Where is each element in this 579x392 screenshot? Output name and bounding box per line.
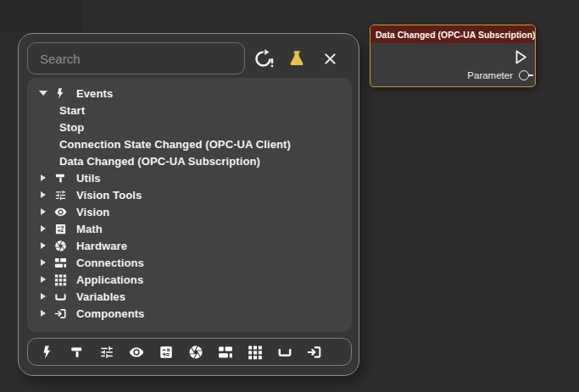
category-label: Vision Tools — [76, 189, 142, 202]
expand-arrow-icon[interactable] — [32, 293, 54, 300]
hammer-icon — [54, 172, 76, 185]
tree-category-applications[interactable]: Applications — [32, 271, 352, 288]
tree-category-events[interactable]: Events — [32, 85, 352, 102]
tree-category-utils[interactable]: Utils — [32, 169, 352, 186]
exec-output-pin-icon[interactable] — [515, 50, 527, 64]
refresh-alert-icon — [254, 48, 275, 69]
tree-item-data-changed[interactable]: Data Changed (OPC-UA Subscription) — [32, 152, 352, 169]
import-icon — [307, 345, 322, 360]
node-palette-panel: Events Start Stop Connection State Chang… — [18, 33, 359, 376]
import-icon — [54, 307, 76, 320]
eye-icon — [54, 206, 76, 218]
parameter-pin-label: Parameter — [467, 70, 513, 80]
close-button[interactable] — [318, 46, 343, 71]
expand-arrow-icon[interactable] — [32, 242, 54, 249]
palette-header — [27, 42, 350, 75]
bracket-icon — [54, 290, 76, 303]
background-shade — [0, 0, 83, 32]
calculator-icon — [54, 223, 76, 235]
collapse-arrow-icon[interactable] — [32, 91, 54, 96]
lightning-icon — [40, 345, 55, 360]
node-type-tree: Events Start Stop Connection State Chang… — [27, 78, 352, 332]
server-icon — [54, 257, 76, 269]
expand-arrow-icon[interactable] — [32, 259, 54, 266]
footer-button-hardware[interactable] — [185, 341, 207, 363]
node-data-changed-opcua-subscription[interactable]: Data Changed (OPC-UA Subscription) ··· P… — [370, 25, 536, 87]
tree-category-vision-tools[interactable]: Vision Tools — [32, 186, 352, 203]
footer-button-vision[interactable] — [125, 341, 148, 363]
category-label: Variables — [76, 290, 125, 303]
footer-button-variables[interactable] — [274, 341, 296, 363]
experimental-filter-button[interactable] — [285, 46, 310, 71]
category-filter-toolbar — [27, 338, 352, 366]
expand-arrow-icon[interactable] — [32, 310, 54, 317]
item-label: Start — [59, 104, 85, 117]
server-icon — [218, 345, 233, 360]
flask-icon — [287, 49, 307, 69]
parameter-output-pin-icon[interactable] — [519, 70, 529, 80]
category-label: Components — [76, 307, 144, 320]
tree-category-components[interactable]: Components — [32, 305, 352, 322]
category-label: Hardware — [76, 240, 127, 252]
node-title-bar[interactable]: Data Changed (OPC-UA Subscription) ··· — [370, 25, 535, 43]
search-input[interactable] — [27, 42, 245, 75]
sliders-icon — [54, 189, 76, 202]
tree-category-variables[interactable]: Variables — [32, 288, 352, 305]
tree-category-connections[interactable]: Connections — [32, 254, 352, 271]
footer-button-applications[interactable] — [244, 341, 266, 363]
refresh-alert-button[interactable] — [252, 46, 277, 71]
item-label: Connection State Changed (OPC-UA Client) — [59, 138, 291, 151]
pin-stub — [529, 75, 533, 76]
footer-button-utils[interactable] — [66, 341, 88, 363]
grid-icon — [54, 273, 76, 286]
expand-arrow-icon[interactable] — [32, 276, 54, 283]
eye-icon — [129, 345, 144, 360]
item-label: Data Changed (OPC-UA Subscription) — [59, 155, 260, 168]
grid-icon — [248, 345, 263, 360]
category-label: Utils — [76, 172, 101, 185]
tree-category-math[interactable]: Math — [32, 220, 352, 237]
item-label: Stop — [59, 121, 84, 134]
category-label: Math — [76, 223, 103, 235]
expand-arrow-icon[interactable] — [32, 174, 54, 181]
shutter-icon — [54, 240, 76, 252]
bracket-icon — [277, 345, 292, 360]
footer-button-math[interactable] — [155, 341, 177, 363]
calculator-icon — [159, 345, 174, 360]
footer-button-connections[interactable] — [214, 341, 237, 363]
parameter-output-row: Parameter — [467, 69, 535, 82]
close-icon — [322, 51, 338, 67]
shutter-icon — [188, 345, 203, 360]
category-label: Vision — [76, 206, 109, 218]
tree-item-start[interactable]: Start — [32, 102, 352, 119]
expand-arrow-icon[interactable] — [32, 191, 54, 198]
sliders-icon — [99, 345, 114, 360]
header-icon-group — [245, 46, 350, 71]
node-editor-canvas[interactable]: { "palette": { "search": { "placeholder"… — [0, 0, 579, 392]
category-label: Events — [76, 87, 113, 100]
footer-button-vision-tools[interactable] — [96, 341, 118, 363]
category-label: Applications — [76, 273, 143, 286]
tree-category-vision[interactable]: Vision — [32, 203, 352, 220]
hammer-icon — [70, 345, 85, 360]
lightning-icon — [54, 87, 76, 100]
footer-button-components[interactable] — [303, 341, 326, 363]
category-label: Connections — [76, 257, 144, 269]
footer-button-events[interactable] — [36, 341, 58, 363]
tree-item-connection-state-changed[interactable]: Connection State Changed (OPC-UA Client) — [32, 135, 352, 152]
node-title: Data Changed (OPC-UA Subscription) — [376, 30, 536, 40]
tree-item-stop[interactable]: Stop — [32, 119, 352, 135]
expand-arrow-icon[interactable] — [32, 225, 54, 232]
expand-arrow-icon[interactable] — [32, 208, 54, 215]
tree-category-hardware[interactable]: Hardware — [32, 237, 352, 254]
